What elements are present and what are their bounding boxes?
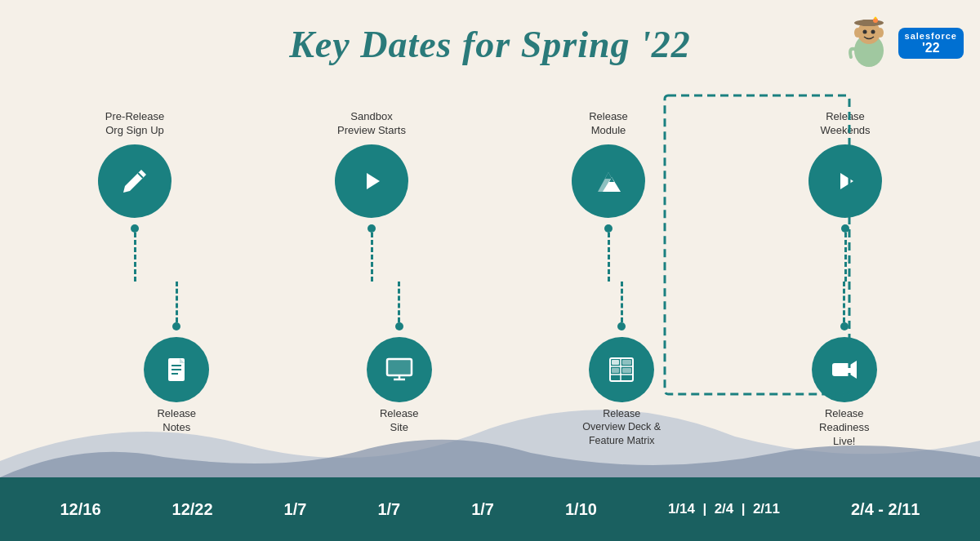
monitor-icon	[384, 354, 415, 385]
dot-overview	[617, 322, 626, 330]
svg-point-7	[877, 28, 884, 38]
circle-sandbox[interactable]	[335, 144, 408, 218]
dates-bar: 12/16 12/22 1/7 1/7 1/7 1/10 1/14 | 2/4 …	[0, 477, 980, 541]
timeline-layout: Pre-ReleaseOrg Sign Up SandboxPreview St…	[0, 86, 980, 477]
play-icon-2	[831, 166, 860, 196]
dashed-v-overview	[621, 282, 623, 322]
dashed-v-readiness	[843, 282, 845, 322]
circle-release-notes[interactable]	[144, 337, 209, 402]
item-label-readiness: Release ReadinessLive!	[800, 407, 889, 449]
circle-pre-release[interactable]	[98, 144, 172, 218]
svg-point-6	[854, 28, 861, 38]
play-icon	[357, 166, 386, 196]
svg-rect-27	[622, 368, 631, 373]
svg-point-9	[874, 17, 876, 20]
video-icon	[829, 354, 860, 385]
dot-site	[395, 322, 403, 330]
dot-pre-release	[131, 224, 139, 233]
svg-point-4	[862, 30, 866, 34]
item-label-notes: ReleaseNotes	[157, 407, 196, 435]
salesforce-badge: salesforce '22	[898, 28, 964, 59]
mountain-icon	[591, 164, 626, 198]
svg-marker-10	[367, 173, 380, 189]
circle-release-module[interactable]	[572, 144, 645, 218]
circle-release-weekends[interactable]	[808, 144, 882, 218]
item-label: SandboxPreview Starts	[337, 110, 406, 138]
item-label: ReleaseModule	[589, 110, 628, 138]
circle-release-overview[interactable]	[589, 337, 654, 402]
dot-sandbox	[368, 224, 376, 233]
svg-point-5	[871, 30, 875, 34]
item-label-site: ReleaseSite	[380, 407, 419, 435]
dashed-v-site	[398, 282, 400, 322]
item-release-notes: ReleaseNotes	[127, 282, 225, 440]
item-label: Pre-ReleaseOrg Sign Up	[105, 110, 164, 138]
item-sandbox: SandboxPreview Starts	[327, 105, 416, 282]
item-pre-release: Pre-ReleaseOrg Sign Up	[90, 105, 180, 282]
date-110: 1/10	[565, 500, 597, 519]
item-release-readiness: Release ReadinessLive!	[795, 282, 893, 454]
pencil-icon	[118, 165, 151, 197]
item-release-module: ReleaseModule	[564, 105, 653, 282]
date-1216: 12/16	[60, 500, 100, 519]
dot-release-module	[604, 224, 612, 233]
logo-area: salesforce '22	[844, 16, 964, 69]
item-label: ReleaseWeekends	[820, 110, 870, 138]
top-row: Pre-ReleaseOrg Sign Up SandboxPreview St…	[0, 86, 980, 282]
grid-icon	[606, 354, 637, 385]
svg-rect-17	[387, 359, 412, 375]
page-title: Key Dates for Spring '22	[0, 0, 980, 66]
item-label-overview: ReleaseOverview Deck &Feature Matrix	[582, 407, 661, 447]
date-17-site: 1/7	[377, 500, 400, 519]
bottom-row: ReleaseNotes ReleaseSite	[0, 282, 980, 477]
date-17-sandbox: 1/7	[284, 500, 307, 519]
circle-release-site[interactable]	[367, 337, 432, 402]
dashed-v-release-weekends	[844, 233, 847, 282]
date-weekends: 1/14 | 2/4 | 2/11	[668, 501, 780, 517]
date-17-module: 1/7	[471, 500, 494, 519]
dot-notes	[172, 322, 180, 330]
item-release-weekends: ReleaseWeekends	[800, 105, 890, 282]
svg-rect-25	[622, 360, 631, 365]
document-icon	[162, 355, 191, 384]
dot-release-weekends	[841, 224, 849, 233]
item-release-overview: ReleaseOverview Deck &Feature Matrix	[572, 282, 670, 452]
svg-marker-29	[850, 361, 857, 379]
dot-readiness	[840, 322, 849, 330]
dashed-v-sandbox	[371, 233, 373, 282]
svg-rect-26	[612, 368, 619, 373]
date-readiness: 2/4 - 2/11	[851, 500, 920, 519]
svg-rect-24	[612, 360, 619, 365]
dashed-v-notes	[176, 282, 178, 322]
dashed-v-release-module	[608, 233, 610, 282]
dashed-v-pre-release	[134, 233, 136, 282]
item-release-site: ReleaseSite	[350, 282, 448, 440]
date-1222: 12/22	[172, 500, 213, 519]
svg-marker-11	[840, 173, 853, 189]
mascot-icon	[844, 16, 893, 69]
svg-rect-28	[832, 363, 850, 376]
circle-release-readiness[interactable]	[812, 337, 877, 402]
